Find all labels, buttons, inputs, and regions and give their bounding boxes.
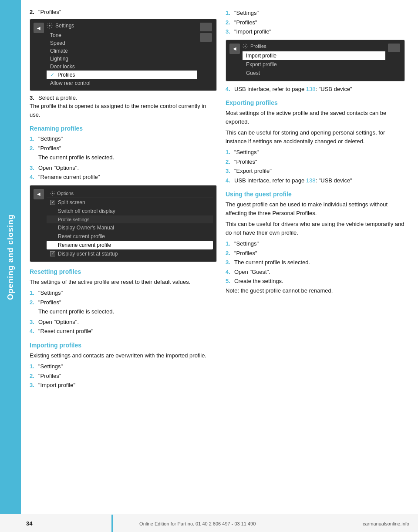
screen-btn-1 (200, 23, 212, 31)
settings-screenshot: ◀ Settings Tone Speed Climate Lighting D… (30, 19, 217, 91)
profiles-import: Import profile (243, 51, 385, 60)
resetting-step-3-text: Open "Options". (38, 318, 79, 327)
option-display-manual-label: Display Owner's Manual (58, 225, 114, 231)
importing-step-2: 2. "Profiles" (30, 372, 217, 380)
svg-point-0 (49, 25, 51, 27)
option-split-screen-label: Split screen (58, 199, 85, 205)
resetting-step-1: 1. "Settings" (30, 289, 217, 297)
guest-step-1-num: 1. (226, 239, 232, 248)
resetting-step-2: 2. "Profiles" (30, 298, 217, 307)
screen-btn-2 (200, 33, 212, 42)
importing-step-3-text: "Import profile" (38, 381, 75, 390)
split-screen-checkbox (50, 200, 55, 205)
resetting-step-3-num: 3. (30, 318, 36, 327)
profiles-layout: ◀ Profiles Import profile Export profile… (229, 44, 401, 77)
importing-desc: Existing settings and contacts are overw… (30, 351, 217, 360)
profiles-right-buttons (388, 44, 401, 52)
svg-point-1 (52, 192, 54, 194)
resetting-desc: The settings of the active profile are r… (30, 278, 217, 286)
exporting-step-4: 4. USB interface, refer to page 138: "US… (226, 176, 405, 185)
option-display-manual: Display Owner's Manual (47, 223, 213, 232)
settings-screen-title: Settings (55, 23, 74, 29)
option-switch-off: Switch off control display (47, 207, 213, 215)
renaming-step-2-text: "Profiles" (38, 144, 61, 153)
step-3-desc: The profile that is opened is assigned t… (30, 102, 217, 119)
profiles-gear-icon (243, 44, 248, 49)
options-screenshot: ◀ Options Split screen Switch o (30, 185, 217, 262)
guest-step-5-num: 5. (226, 277, 232, 286)
guest-step-1: 1. "Settings" (226, 239, 405, 248)
settings-menu: Settings Tone Speed Climate Lighting Doo… (47, 23, 197, 87)
renaming-heading: Renaming profiles (30, 125, 217, 132)
option-profile-settings-label: Profile settings (58, 217, 89, 222)
importing-list: 1. "Settings" 2. "Profiles" 3. "Import p… (30, 362, 217, 390)
right-step-3-num: 3. (226, 27, 232, 36)
step-2: 2. "Profiles" (30, 9, 217, 15)
exporting-link[interactable]: 138 (306, 177, 316, 184)
nav-left-arrow[interactable]: ◀ (34, 23, 44, 33)
guest-step-4-num: 4. (226, 268, 232, 276)
renaming-step-2: 2. "Profiles" (30, 144, 217, 153)
guest-step-5: 5. Create the settings. (226, 277, 405, 286)
exporting-step-4-num: 4. (226, 176, 232, 185)
resetting-step-1-num: 1. (30, 289, 36, 297)
screen-layout: ◀ Settings Tone Speed Climate Lighting D… (34, 23, 213, 87)
renaming-step-3-text: Open "Options". (38, 164, 79, 172)
gear-icon (47, 23, 53, 29)
settings-lighting: Lighting (47, 55, 197, 63)
resetting-list-2: 3. Open "Options". 4. "Reset current pro… (30, 318, 217, 336)
exporting-step-3: 3. "Export profile" (226, 167, 405, 175)
importing-link[interactable]: 138 (306, 86, 316, 92)
profiles-export: Export profile (243, 60, 385, 69)
profiles-nav-arrow[interactable]: ◀ (229, 44, 240, 54)
guest-step-5-text: Create the settings. (234, 277, 283, 286)
resetting-step-2-text: "Profiles" (38, 298, 61, 307)
svg-point-2 (245, 45, 246, 47)
footer-logo: carmanualsonline.info (363, 521, 409, 526)
step-2-text: "Profiles" (38, 9, 61, 15)
left-column: 2. "Profiles" ◀ Settings Tone Speed (30, 9, 217, 391)
options-menu: Options Split screen Switch off control … (47, 189, 213, 258)
options-nav-arrow[interactable]: ◀ (34, 189, 44, 199)
screen-right-buttons (200, 23, 213, 42)
settings-profiles: ✓ Profiles (47, 71, 197, 79)
importing-step-4-num: 4. (226, 85, 232, 94)
option-reset-profile: Reset current profile (47, 232, 213, 241)
guest-step-2: 2. "Profiles" (226, 249, 405, 258)
exporting-step-4-text: USB interface, refer to page 138: "USB d… (234, 176, 352, 185)
right-step-2-text: "Profiles" (234, 18, 257, 27)
exporting-step-2-num: 2. (226, 158, 232, 166)
exporting-step-3-text: "Export profile" (234, 167, 272, 175)
settings-tone: Tone (47, 31, 197, 39)
exporting-desc1: Most settings of the active profile and … (226, 109, 405, 126)
right-top-steps: 1. "Settings" 2. "Profiles" 3. "Import p… (226, 9, 405, 36)
guest-desc1: The guest profile can be used to make in… (226, 200, 405, 217)
option-rename-profile: Rename current profile (47, 241, 213, 249)
profiles-title: Profiles (243, 44, 385, 49)
settings-allow-rear: Allow rear control (47, 79, 197, 87)
options-layout: ◀ Options Split screen Switch o (34, 189, 213, 258)
main-content: 2. "Profiles" ◀ Settings Tone Speed (21, 0, 418, 399)
guest-step-3-num: 3. (226, 258, 232, 267)
importing-heading: Importing profiles (30, 342, 217, 349)
right-step-2: 2. "Profiles" (226, 18, 405, 27)
renaming-step-4-num: 4. (30, 173, 36, 182)
renaming-step-2-num: 2. (30, 144, 36, 153)
guest-heading: Using the guest profile (226, 191, 405, 198)
exporting-step-3-num: 3. (226, 167, 232, 175)
importing-step-2-text: "Profiles" (38, 372, 61, 380)
options-screen-title: Options (57, 191, 74, 196)
importing-step-3: 3. "Import profile" (30, 381, 217, 390)
option-split-screen: Split screen (47, 198, 213, 207)
guest-desc2: This can be useful for drivers who are u… (226, 220, 405, 237)
option-profile-settings: Profile settings (47, 215, 213, 223)
guest-step-2-text: "Profiles" (234, 249, 257, 258)
option-reset-label: Reset current profile (58, 233, 105, 239)
profiles-btn-1 (388, 44, 400, 52)
step-3-number: 3. (30, 94, 36, 101)
right-step-3: 3. "Import profile" (226, 27, 405, 36)
resetting-step-4: 4. "Reset current profile" (30, 327, 217, 336)
renaming-step-4: 4. "Rename current profile" (30, 173, 217, 182)
right-step-1-text: "Settings" (234, 9, 259, 17)
resetting-step-1-text: "Settings" (38, 289, 63, 297)
